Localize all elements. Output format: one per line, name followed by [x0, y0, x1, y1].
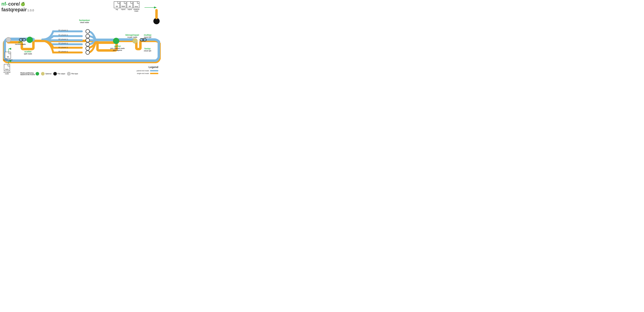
chunk-node-5 — [86, 46, 90, 50]
legend-optional: Optional — [41, 72, 52, 76]
legend-item-paired: paired-end reads — [136, 70, 158, 72]
blue-converge-1 — [88, 31, 114, 40]
blue-converge-2 — [88, 36, 114, 40]
chunk-node-4 — [86, 42, 90, 46]
output-fastq-icon: fastq repairedreads — [133, 1, 139, 12]
partitioning-label: Reads partitioningbased on the #cores — [20, 72, 35, 76]
output-html-report-icon: html report — [120, 1, 126, 10]
output-txt-report-icon: txt report — [127, 1, 133, 10]
chunk-node-6 — [86, 50, 90, 54]
scatter-label: scatter split reads — [24, 50, 32, 55]
chunk-label-4: R2 (chunk n) — [58, 42, 68, 44]
legend-orange-line — [150, 73, 158, 74]
legend: Legend paired-end reads single-end reads — [136, 66, 158, 75]
scatter-green-node — [27, 37, 33, 43]
bbmap-label: bbmap/repair re-pair reads — [126, 34, 139, 38]
chunk-label-1: R1 (chunk 1) — [58, 29, 68, 31]
partitioning-circle — [36, 72, 39, 76]
legend-partitioning: Reads partitioningbased on the #cores — [20, 72, 39, 76]
fastqc-label: fastqc check QC — [144, 48, 151, 52]
gather-label: gather join cleaned reads join reports — [110, 45, 125, 51]
chunk-label-6: R1 (chunk n) — [58, 50, 68, 52]
optional-circle — [41, 72, 44, 76]
legend-circles-row: Reads partitioningbased on the #cores Op… — [20, 72, 78, 76]
main-container: nf-core/ 🍏 fastqrepair 1.0.0 — [0, 0, 161, 78]
legend-file-input: File input — [67, 72, 78, 76]
corrupted-reads-icon: fastq corruptedreads — [4, 64, 10, 74]
samplesheet-icon: txt samplesheet — [4, 52, 12, 61]
multiqc-label: multiqc report QC — [144, 34, 152, 38]
chunk-node-1 — [86, 30, 90, 33]
chunk-node-3 — [86, 38, 90, 42]
file-input-label: File input — [71, 73, 78, 75]
chunk-label-2: R1 (chunk n) — [58, 34, 68, 36]
gather-green-node — [113, 38, 119, 44]
legend-item-single: single-end reads — [136, 72, 158, 74]
bbmap-optional-node — [132, 38, 138, 43]
output-log-icon: txt log — [114, 1, 120, 10]
file-output-circle — [53, 72, 57, 76]
fastqwiper-label: fastqwiper clean reads — [79, 19, 90, 24]
chunk-label-5: R1 (chunk 1) — [58, 46, 68, 48]
file-input-node — [6, 37, 11, 42]
optional-label: Optional — [45, 73, 52, 75]
legend-blue-line — [150, 70, 158, 72]
file-input-circle — [67, 72, 70, 76]
legend-file-output: File output — [53, 72, 65, 76]
chunk-label-3: R2 (chunk 1) — [58, 38, 68, 40]
chunk-node-2 — [86, 34, 90, 38]
file-output-label: File output — [58, 73, 65, 75]
gzrt-label: gzrt recover reads — [15, 41, 26, 45]
